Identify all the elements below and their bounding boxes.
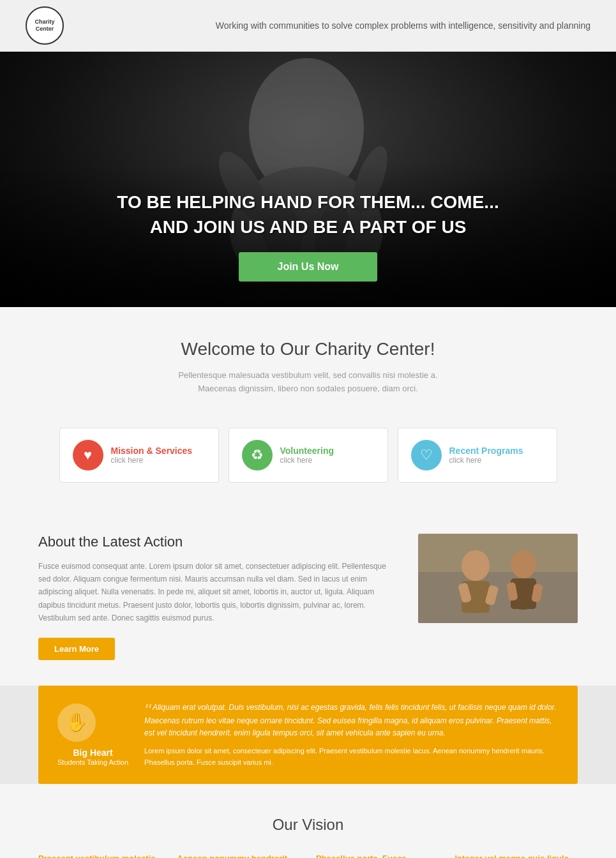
service-card-mission[interactable]: ♥ Mission & Services click here: [59, 428, 219, 483]
latest-action-image-inner: [418, 534, 578, 623]
big-heart-hand-icon: ✋: [57, 704, 96, 742]
vision-item-3: Integer vel magna quis ligula mollis pla…: [455, 853, 578, 858]
programs-info: Recent Programs click here: [449, 446, 523, 465]
volunteering-title: Volunteering: [280, 446, 334, 456]
programs-title: Recent Programs: [449, 446, 523, 456]
logo[interactable]: Charity Center: [26, 6, 64, 45]
big-heart-icon-area: ✋ Big Heart Students Taking Action: [57, 704, 128, 766]
big-heart-subtitle: Students Taking Action: [57, 758, 128, 766]
svg-point-11: [511, 550, 536, 578]
big-heart-body: Lorem ipsum dolor sit amet, consecteuer …: [144, 746, 559, 768]
mission-info: Mission & Services click here: [111, 446, 193, 465]
quote-mark: ": [144, 706, 151, 715]
header: Charity Center Working with communities …: [0, 0, 616, 52]
programs-icon: ♡: [411, 440, 442, 470]
logo-text: Charity Center: [34, 19, 54, 33]
service-card-volunteering[interactable]: ♻ Volunteering click here: [229, 428, 388, 483]
vision-item-1: Aenean nonummy hendrerit mauris. Praesen…: [177, 853, 301, 858]
vision-title-3: Integer vel magna quis ligula mollis pla…: [455, 853, 578, 858]
latest-action-heading: About the Latest Action: [38, 534, 399, 550]
header-tagline: Working with communities to solve comple…: [216, 19, 590, 33]
latest-action-text: About the Latest Action Fusce euismod co…: [38, 534, 399, 660]
latest-action-section: About the Latest Action Fusce euismod co…: [0, 508, 616, 686]
latest-action-image: [418, 534, 578, 623]
volunteering-info: Volunteering click here: [280, 446, 334, 465]
mission-subtitle: click here: [111, 456, 193, 465]
big-heart-content: " Aliquam erat volutpat. Duis vestibulum…: [144, 702, 559, 769]
our-vision-section: Our Vision Praesent vestibulum molestie …: [0, 784, 616, 858]
service-cards: ♥ Mission & Services click here ♻ Volunt…: [0, 415, 616, 508]
service-card-programs[interactable]: ♡ Recent Programs click here: [398, 428, 557, 483]
volunteering-icon: ♻: [242, 440, 273, 470]
svg-point-8: [462, 550, 490, 581]
hero-title: TO BE HELPING HAND FOR THEM... COME... A…: [13, 190, 603, 239]
learn-more-button[interactable]: Learn More: [38, 638, 115, 660]
welcome-section: Welcome to Our Charity Center! Pellentes…: [0, 307, 616, 415]
our-vision-heading: Our Vision: [38, 816, 578, 834]
vision-grid: Praesent vestibulum molestie lacus. Aene…: [38, 853, 578, 858]
hero-join-button[interactable]: Join Us Now: [239, 252, 377, 282]
vision-title-1: Aenean nonummy hendrerit mauris. Praesen…: [177, 853, 301, 858]
vision-title-2: Phasellus porta. Fusce suscipit varius m…: [316, 853, 439, 858]
vision-title-0: Praesent vestibulum molestie lacus. Aene…: [38, 853, 162, 858]
big-heart-section: ✋ Big Heart Students Taking Action " Ali…: [38, 686, 578, 785]
mission-icon: ♥: [73, 440, 103, 470]
latest-action-body: Fusce euismod consequat ante. Lorem ipsu…: [38, 560, 399, 625]
big-heart-title: Big Heart: [57, 747, 128, 758]
mission-title: Mission & Services: [111, 446, 193, 456]
hero-overlay: TO BE HELPING HAND FOR THEM... COME... A…: [0, 164, 616, 307]
hero-section: TO BE HELPING HAND FOR THEM... COME... A…: [0, 52, 616, 307]
vision-item-2: Phasellus porta. Fusce suscipit varius m…: [316, 853, 439, 858]
welcome-heading: Welcome to Our Charity Center!: [13, 339, 603, 359]
welcome-description: Pellentesque malesuada vestibulum velit,…: [165, 369, 452, 396]
big-heart-quote: " Aliquam erat volutpat. Duis vestibulum…: [144, 702, 559, 739]
vision-item-0: Praesent vestibulum molestie lacus. Aene…: [38, 853, 162, 858]
svg-rect-7: [418, 572, 578, 623]
programs-subtitle: click here: [449, 456, 523, 465]
volunteering-subtitle: click here: [280, 456, 334, 465]
